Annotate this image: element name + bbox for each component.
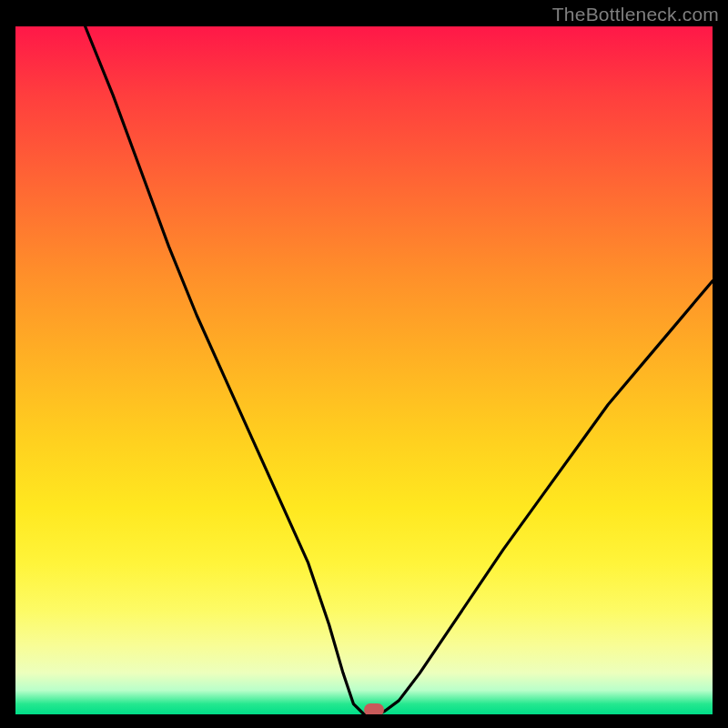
bottleneck-curve <box>15 26 713 714</box>
plot-area <box>15 26 713 714</box>
watermark-label: TheBottleneck.com <box>552 4 719 25</box>
chart-frame: TheBottleneck.com <box>0 0 728 728</box>
optimal-point-marker <box>364 703 384 714</box>
